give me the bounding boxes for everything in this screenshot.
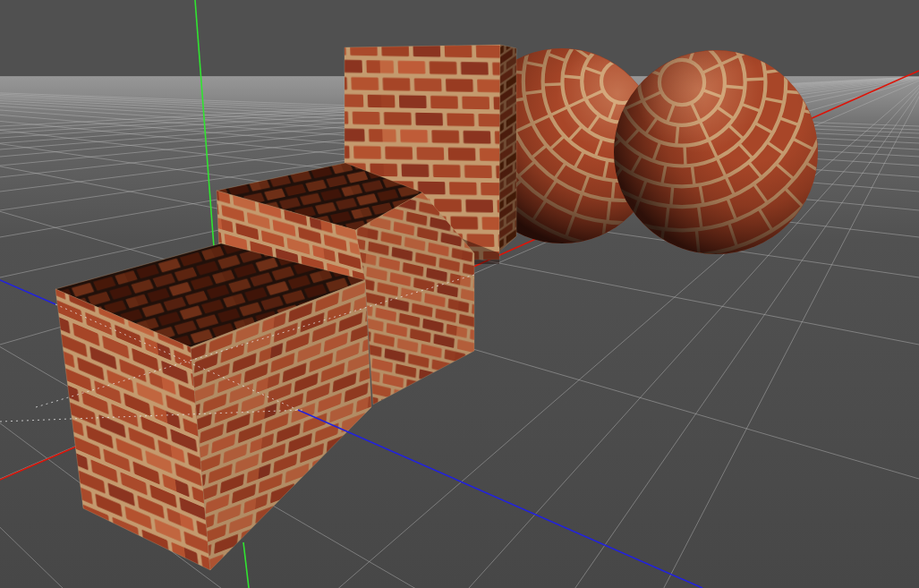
brick-sphere-front-highlight	[614, 50, 818, 254]
brick-cube-floating-right-shade	[499, 45, 516, 251]
3d-viewport[interactable]	[0, 0, 919, 588]
scene-canvas[interactable]	[0, 0, 919, 588]
